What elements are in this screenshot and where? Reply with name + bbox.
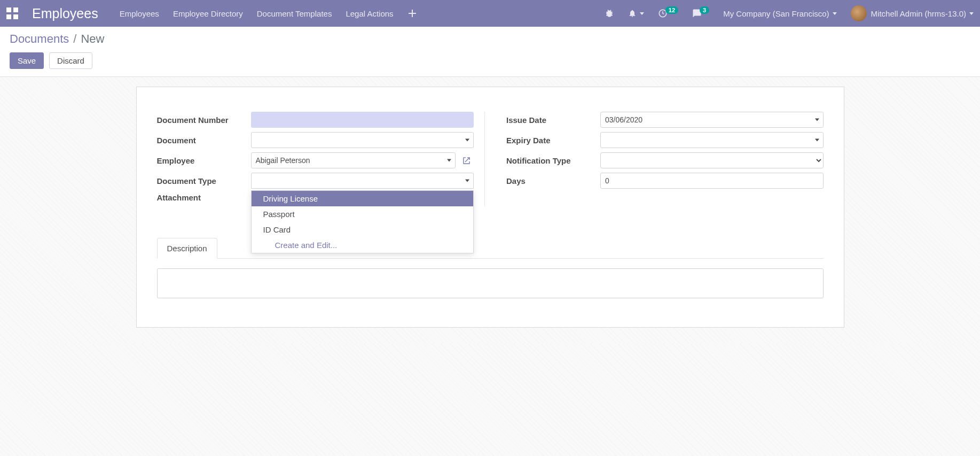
tab-description[interactable]: Description [157, 238, 217, 259]
activity-icon[interactable]: 12 [658, 9, 678, 18]
label-document-type: Document Type [157, 176, 251, 186]
label-issue-date: Issue Date [506, 115, 600, 125]
discard-button[interactable]: Discard [49, 52, 92, 69]
apps-icon[interactable] [6, 7, 18, 19]
dropdown-item-passport[interactable]: Passport [252, 206, 474, 222]
expiry-date-input[interactable] [600, 132, 824, 148]
debug-icon[interactable] [605, 9, 614, 18]
document-type-input[interactable] [251, 173, 474, 189]
days-input[interactable] [600, 173, 824, 189]
plus-icon[interactable] [407, 9, 417, 18]
nav-employees[interactable]: Employees [120, 9, 159, 18]
document-number-input[interactable] [251, 112, 474, 128]
label-expiry-date: Expiry Date [506, 136, 600, 145]
notification-type-select[interactable] [600, 152, 824, 168]
label-days: Days [506, 176, 600, 186]
dropdown-create-and-edit[interactable]: Create and Edit... [252, 237, 474, 253]
document-input[interactable] [251, 132, 474, 148]
company-name: My Company (San Francisco) [723, 9, 829, 18]
external-link-icon[interactable] [459, 156, 474, 165]
discuss-icon[interactable]: 3 [692, 9, 709, 18]
issue-date-input[interactable] [600, 112, 824, 128]
save-button[interactable]: Save [10, 52, 44, 69]
description-textarea[interactable] [157, 268, 824, 298]
app-brand: Employees [32, 6, 98, 21]
label-notification-type: Notification Type [506, 156, 600, 165]
employee-input[interactable] [251, 152, 456, 168]
breadcrumb: Documents / New [10, 32, 970, 46]
nav-document-templates[interactable]: Document Templates [257, 9, 332, 18]
form-sheet: Document Number Document Employee [136, 87, 844, 328]
user-menu[interactable]: Mitchell Admin (hrms-13.0) [851, 5, 974, 21]
label-employee: Employee [157, 156, 251, 165]
bell-icon[interactable] [628, 9, 644, 18]
label-document: Document [157, 136, 251, 145]
breadcrumb-current: New [81, 32, 104, 46]
label-document-number: Document Number [157, 115, 251, 125]
nav-legal-actions[interactable]: Legal Actions [346, 9, 393, 18]
discuss-badge: 3 [700, 6, 709, 14]
dropdown-item-driving-license[interactable]: Driving License [252, 191, 474, 206]
dropdown-item-id-card[interactable]: ID Card [252, 222, 474, 237]
label-attachment: Attachment [157, 193, 251, 202]
activity-badge: 12 [665, 6, 678, 14]
document-type-dropdown: Driving License Passport ID Card Create … [251, 190, 474, 253]
company-selector[interactable]: My Company (San Francisco) [723, 9, 836, 18]
breadcrumb-documents[interactable]: Documents [10, 32, 69, 46]
avatar [851, 5, 867, 21]
nav-employee-directory[interactable]: Employee Directory [173, 9, 243, 18]
user-name: Mitchell Admin (hrms-13.0) [871, 9, 966, 18]
breadcrumb-separator: / [73, 32, 76, 46]
